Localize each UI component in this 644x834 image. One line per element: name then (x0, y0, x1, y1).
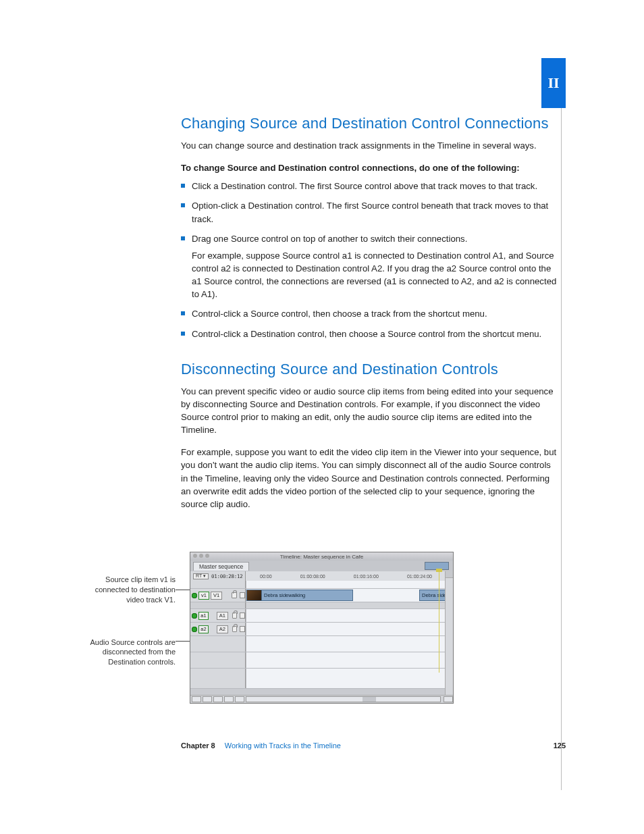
source-handle-icon[interactable] (192, 613, 197, 619)
clip-overlays-button[interactable] (192, 696, 201, 702)
track-spacer (190, 581, 453, 589)
nav-left-icon[interactable] (235, 696, 244, 702)
scroll-up-icon[interactable] (446, 571, 453, 578)
horizontal-scrollbar[interactable] (246, 696, 441, 702)
callout-line (176, 590, 190, 590)
section2-title: Disconnecting Source and Destination Con… (181, 361, 559, 378)
patch-a2: a2 A2 (190, 623, 246, 635)
bullet-text: Control-click a Source control, then cho… (192, 309, 487, 319)
lane-spacer (246, 581, 453, 588)
patch-v1: v1 V1 (190, 589, 246, 602)
chapter-title: Working with Tracks in the Timeline (225, 741, 341, 750)
page: II Changing Source and Destination Contr… (0, 0, 644, 834)
section2: Disconnecting Source and Destination Con… (181, 361, 559, 511)
source-control-a1[interactable]: a1 (198, 612, 209, 620)
source-control-v1[interactable]: v1 (198, 592, 209, 600)
lane-empty (246, 652, 453, 668)
lane-a2[interactable] (246, 623, 453, 635)
destination-control-A2[interactable]: A2 (217, 625, 228, 633)
audio-track-a1: a1 A1 (190, 609, 453, 623)
destination-control-V1[interactable]: V1 (211, 592, 222, 600)
track-height-button[interactable] (203, 696, 212, 702)
patch-empty (190, 636, 246, 652)
callouts: Source clip item v1 is connected to dest… (76, 575, 176, 667)
bullet-item: Control-click a Source control, then cho… (181, 307, 559, 320)
clip-thumbnail (247, 590, 262, 600)
bullet-text: Click a Destination control. The first S… (192, 181, 537, 191)
source-control-a2[interactable]: a2 (198, 625, 209, 633)
bullet-item: Option-click a Destination control. The … (181, 199, 559, 225)
timeline-title-text: Timeline: Master sequence in Cafe (280, 554, 363, 560)
section1-lead: To change Source and Destination control… (181, 161, 559, 174)
lane-a1[interactable] (246, 609, 453, 622)
clip-label: Debra sidewalking (262, 592, 305, 598)
bullet-text: Drag one Source control on top of anothe… (192, 234, 467, 244)
bullet-item: Click a Destination control. The first S… (181, 180, 559, 192)
timeline-bottom-bar (190, 695, 453, 703)
clip-label: Debra sidewalking (420, 592, 448, 598)
section1-title: Changing Source and Destination Control … (181, 115, 559, 132)
patch-empty (190, 652, 246, 668)
chapter-label: Chapter 8 (181, 741, 215, 750)
bullet-item: Drag one Source control on top of anothe… (181, 232, 559, 301)
timeline-window: Timeline: Master sequence in Cafe Master… (190, 552, 454, 704)
lane-empty (246, 669, 453, 688)
lane-divider (246, 602, 453, 608)
timeline-body: v1 V1 Debra sidewalking Debra sidewalkin… (190, 581, 453, 689)
timeline-ruler: RT ▾ 01:00:28:12 00:00 01:00:08:00 01:00… (190, 571, 453, 581)
vertical-scrollbar[interactable] (445, 571, 453, 695)
empty-track (190, 652, 453, 669)
ruler-tick: 01:00:08:00 (300, 574, 325, 579)
section2-p1: You can prevent specific video or audio … (181, 385, 559, 437)
rt-menu[interactable]: RT ▾ (193, 573, 209, 579)
bullet-text: Control-click a Destination control, the… (192, 329, 541, 339)
page-footer: Chapter 8 Working with Tracks in the Tim… (181, 741, 566, 750)
toggle-button[interactable] (213, 696, 223, 702)
callout-2: Audio Source controls are disconnected f… (76, 637, 176, 668)
page-number: 125 (554, 741, 566, 750)
lock-icon[interactable] (232, 613, 238, 619)
playhead[interactable] (439, 571, 439, 673)
source-handle-icon[interactable] (192, 593, 197, 598)
callout-line (176, 641, 190, 642)
patch-empty (190, 669, 246, 688)
bullet-item: Control-click a Destination control, the… (181, 328, 559, 340)
empty-track (190, 669, 453, 689)
track-toggle-icon[interactable] (240, 626, 245, 632)
bullet-subpara: For example, suppose Source control a1 i… (192, 249, 559, 301)
track-toggle-icon[interactable] (240, 592, 245, 598)
current-timecode: 01:00:28:12 (211, 573, 242, 579)
toggle-button[interactable] (224, 696, 234, 702)
destination-control-A1[interactable]: A1 (217, 612, 228, 620)
video-track-v1: v1 V1 Debra sidewalking Debra sidewalkin… (190, 589, 453, 602)
section1-bullets: Click a Destination control. The first S… (181, 180, 559, 340)
bullet-text: Option-click a Destination control. The … (192, 201, 548, 224)
timeline-tabrow: Master sequence (190, 561, 453, 571)
callout-1: Source clip item v1 is connected to dest… (76, 575, 176, 605)
track-toggle-icon[interactable] (240, 613, 245, 619)
ruler-tick: 00:00 (260, 574, 272, 579)
ruler-tick: 01:00:16:00 (354, 574, 379, 579)
empty-track (190, 636, 453, 652)
figure: Source clip item v1 is connected to dest… (76, 552, 562, 714)
patch-spacer (190, 581, 246, 588)
window-buttons (193, 554, 209, 558)
ruler-ticks: 00:00 01:00:08:00 01:00:16:00 01:00:24:0… (246, 571, 453, 581)
nav-right-icon[interactable] (444, 696, 453, 702)
video-clip-1[interactable]: Debra sidewalking (246, 590, 353, 601)
patch-a1: a1 A1 (190, 609, 246, 622)
video-clip-2[interactable]: Debra sidewalking (419, 590, 448, 601)
timeline-titlebar: Timeline: Master sequence in Cafe (190, 552, 453, 561)
lock-icon[interactable] (232, 592, 237, 598)
part-tab: II (541, 58, 566, 108)
lane-v1[interactable]: Debra sidewalking Debra sidewalking (246, 589, 453, 602)
lock-icon[interactable] (232, 626, 238, 632)
patch-divider (190, 602, 246, 608)
ruler-tick: 01:00:24:00 (407, 574, 432, 579)
source-handle-icon[interactable] (192, 627, 197, 632)
section2-p2: For example, suppose you want to edit th… (181, 446, 559, 511)
audio-track-a2: a2 A2 (190, 623, 453, 636)
section1-intro: You can change source and destination tr… (181, 139, 559, 152)
sequence-tab[interactable]: Master sequence (193, 562, 249, 571)
lane-empty (246, 636, 453, 652)
